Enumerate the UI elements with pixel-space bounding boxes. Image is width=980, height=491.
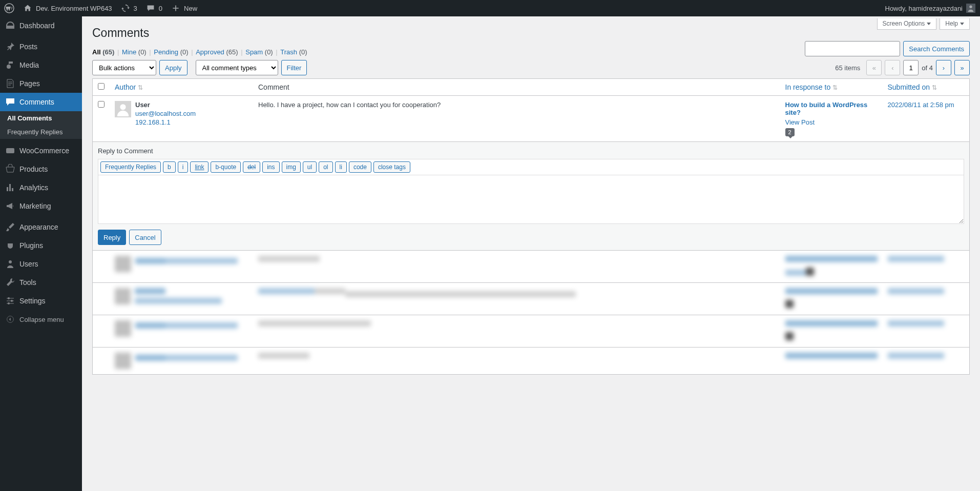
filter-approved[interactable]: Approved (65) [196,48,238,56]
comment-row: User user@localhost.com 192.168.1.1 Hell… [93,96,970,142]
sidebar-item-comments[interactable]: Comments [0,93,82,111]
page-icon [5,78,15,89]
reply-submit-button[interactable]: Reply [98,230,126,245]
comments-submenu: All Comments Frequently Replies [0,111,82,139]
filter-spam[interactable]: Spam (0) [245,48,273,56]
screen-options-button[interactable]: Screen Options [877,18,937,30]
author-ip[interactable]: 192.168.1.1 [135,118,196,126]
sidebar-subitem-all-comments[interactable]: All Comments [0,111,82,125]
qt-ins[interactable]: ins [262,161,279,173]
sidebar-item-woocommerce[interactable]: WooCommerce [0,141,82,160]
pin-icon [5,42,15,52]
search-input[interactable] [805,41,900,56]
howdy-link[interactable]: Howdy, hamidrezayazdani [885,3,976,13]
filter-button[interactable]: Filter [281,60,307,75]
next-page-button[interactable]: › [936,60,951,75]
sidebar-item-dashboard[interactable]: Dashboard [0,16,82,35]
sidebar-item-marketing[interactable]: Marketing [0,197,82,215]
search-comments-button[interactable]: Search Comments [903,41,970,56]
filter-pending[interactable]: Pending (0) [154,48,188,56]
sidebar-item-plugins[interactable]: Plugins [0,236,82,255]
dashboard-icon [5,21,15,31]
sidebar-item-settings[interactable]: Settings [0,292,82,310]
select-all-checkbox[interactable] [98,83,105,90]
view-post-link[interactable]: View Post [785,118,878,126]
new-content-link[interactable]: New [171,3,197,13]
menu-label: Marketing [19,202,51,210]
plug-icon [5,240,15,251]
bulk-actions-select[interactable]: Bulk actions [92,60,156,75]
updates-link[interactable]: 3 [120,3,137,13]
apply-button[interactable]: Apply [159,60,187,75]
site-name-link[interactable]: Dev. Environment WP643 [23,3,112,13]
reply-textarea[interactable] [98,175,964,224]
post-comment-count[interactable]: 2 [785,128,795,136]
column-author[interactable]: Author [115,83,136,91]
sidebar-item-pages[interactable]: Pages [0,74,82,93]
updates-count: 3 [134,5,137,12]
last-page-button[interactable]: » [954,60,970,75]
current-page-input[interactable] [903,60,919,75]
brush-icon [5,222,15,232]
quicktags-toolbar: Frequently Replies b i link b-quote del … [98,159,964,175]
filter-all[interactable]: All (65) [92,48,114,56]
sidebar-item-products[interactable]: Products [0,160,82,178]
qt-ul[interactable]: ul [303,161,317,173]
qt-ol[interactable]: ol [319,161,332,173]
first-page-button[interactable]: « [866,60,882,75]
products-icon [5,164,15,174]
qt-bold[interactable]: b [163,161,176,173]
sidebar-item-analytics[interactable]: Analytics [0,178,82,197]
filter-mine[interactable]: Mine (0) [122,48,147,56]
comment-icon [5,97,15,107]
wrench-icon [5,277,15,288]
column-response[interactable]: In response to [785,83,831,91]
row-checkbox[interactable] [98,101,105,108]
update-icon [120,3,131,13]
comment-date[interactable]: 2022/08/11 at 2:58 pm [888,101,954,109]
menu-label: Comments [19,98,54,106]
woo-icon [5,146,15,156]
comment-type-select[interactable]: All comment types [196,60,278,75]
menu-label: Settings [19,297,46,305]
svg-point-8 [8,302,10,304]
column-date[interactable]: Submitted on [888,83,930,91]
author-email[interactable]: user@localhost.com [135,110,196,117]
qt-bquote[interactable]: b-quote [211,161,241,173]
menu-label: Appearance [19,223,58,231]
comment-row-blurred [93,347,970,375]
filter-trash[interactable]: Trash (0) [280,48,307,56]
search-box: Search Comments [805,41,970,56]
reply-cancel-button[interactable]: Cancel [129,230,161,245]
qt-del[interactable]: del [243,161,260,173]
svg-point-5 [9,260,12,263]
reply-title: Reply to Comment [98,147,964,155]
sidebar-item-media[interactable]: Media [0,56,82,74]
prev-page-button[interactable]: ‹ [885,60,900,75]
qt-li[interactable]: li [335,161,347,173]
pagination: 65 items « ‹ of 4 › » [835,60,970,75]
comments-link[interactable]: 0 [145,3,162,13]
qt-code[interactable]: code [349,161,371,173]
sidebar-item-appearance[interactable]: Appearance [0,218,82,236]
sidebar-item-tools[interactable]: Tools [0,273,82,292]
sidebar-item-users[interactable]: Users [0,255,82,273]
menu-label: Pages [19,79,40,88]
sidebar-subitem-frequently-replies[interactable]: Frequently Replies [0,125,82,139]
qt-close-tags[interactable]: close tags [373,161,410,173]
reply-row: Reply to Comment Frequently Replies b i … [93,142,970,251]
response-post-title[interactable]: How to build a WordPress site? [785,101,878,116]
avatar-icon [966,3,976,13]
qt-frequently-replies[interactable]: Frequently Replies [100,161,161,173]
qt-link[interactable]: link [190,161,208,173]
collapse-menu[interactable]: Collapse menu [0,310,82,329]
svg-point-10 [120,104,126,110]
comment-text: Hello. I have a project, how can I conta… [258,101,441,109]
help-button[interactable]: Help [940,18,970,30]
site-name-text: Dev. Environment WP643 [36,5,112,12]
qt-italic[interactable]: i [178,161,189,173]
qt-img[interactable]: img [282,161,301,173]
sidebar-item-posts[interactable]: Posts [0,37,82,56]
wp-logo[interactable] [4,3,14,13]
page-title: Comments [92,22,149,42]
